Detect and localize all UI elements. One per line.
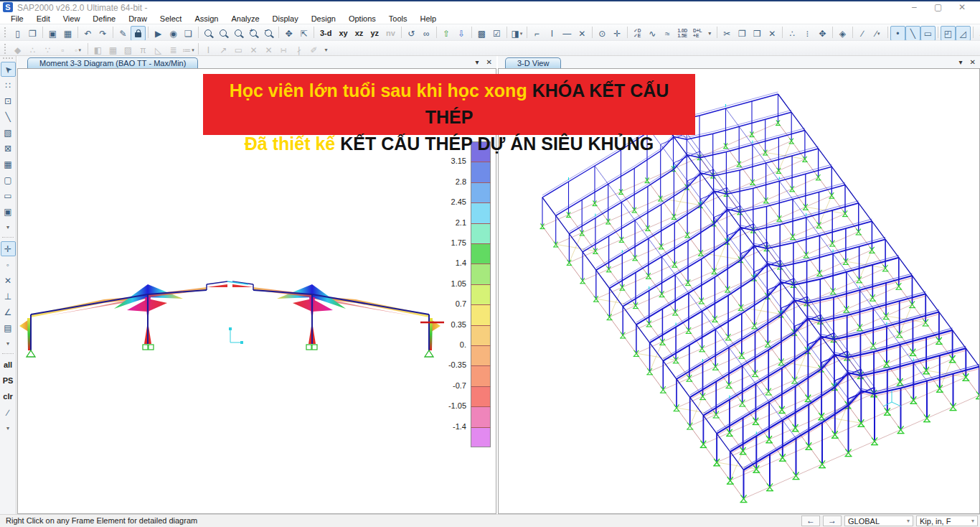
dropdown-arrow-icon[interactable]: ▾ bbox=[321, 42, 331, 57]
show-replay-icon[interactable]: ❏ bbox=[181, 26, 196, 41]
snap-grid-icon[interactable]: ▤ bbox=[1, 320, 16, 335]
show-trace-icon[interactable]: ≈ bbox=[660, 26, 675, 41]
draw-line-icon[interactable]: ╲ bbox=[1, 109, 16, 124]
close-button[interactable]: ✕ bbox=[951, 2, 973, 12]
draw-section-cut-icon[interactable]: I bbox=[545, 26, 560, 41]
slash-tool-icon[interactable]: ∕ bbox=[1, 405, 16, 420]
left-panel-collapse-icon[interactable]: ▾ bbox=[476, 58, 479, 66]
draw-frame-icon[interactable]: ⌐ bbox=[529, 26, 545, 41]
view-3d-button[interactable]: 3-d bbox=[316, 26, 336, 41]
save-icon[interactable]: ▣ bbox=[45, 26, 60, 41]
left-panel-close-icon[interactable]: ✕ bbox=[486, 58, 492, 66]
zoom-previous-icon[interactable] bbox=[231, 26, 246, 41]
dropdown-arrow-icon[interactable]: ▾ bbox=[4, 220, 13, 235]
lock-model-icon[interactable] bbox=[131, 26, 146, 41]
menu-item-design[interactable]: Design bbox=[305, 14, 342, 24]
save-locked-icon[interactable]: ▦ bbox=[60, 26, 75, 41]
menu-item-file[interactable]: File bbox=[4, 14, 30, 24]
blank-page-icon[interactable]: ▢ bbox=[1, 172, 16, 187]
select-grid-icon[interactable]: ▦ bbox=[1, 157, 16, 172]
show-loads-icon[interactable]: ✓D✓E bbox=[630, 26, 645, 41]
ps-button[interactable]: PS bbox=[0, 373, 16, 388]
zoom-full-icon[interactable] bbox=[216, 26, 231, 41]
interactive-db-icon[interactable]: ⁝ bbox=[800, 26, 815, 41]
menu-item-display[interactable]: Display bbox=[266, 14, 305, 24]
object-shrink-toggle-icon[interactable]: ▩ bbox=[474, 26, 489, 41]
snap-joints-icon[interactable]: ✛ bbox=[1, 241, 16, 256]
refresh-draw-icon[interactable]: ✎ bbox=[116, 26, 131, 41]
snap-line-icon[interactable]: ╲ bbox=[905, 26, 920, 41]
menu-item-edit[interactable]: Edit bbox=[30, 14, 57, 24]
show-function-icon[interactable]: ∿ bbox=[645, 26, 660, 41]
snap-point-icon[interactable]: • bbox=[890, 26, 905, 41]
view-xz-button[interactable]: xz bbox=[352, 26, 367, 41]
minimize-button[interactable]: – bbox=[903, 2, 925, 12]
select-object-icon[interactable]: ⊡ bbox=[1, 93, 16, 108]
view-xy-button[interactable]: xy bbox=[336, 26, 352, 41]
menu-item-assign[interactable]: Assign bbox=[188, 14, 225, 24]
snap-midpoints-icon[interactable]: ◦ bbox=[1, 257, 16, 272]
menu-item-analyze[interactable]: Analyze bbox=[225, 14, 265, 24]
menu-item-draw[interactable]: Draw bbox=[122, 14, 154, 24]
run-analysis-icon[interactable]: ▶ bbox=[151, 26, 166, 41]
dropdown-arrow-icon[interactable]: ▾ bbox=[705, 26, 715, 41]
divide-frames-icon[interactable]: ∕ bbox=[855, 26, 870, 41]
snap-angle-icon[interactable]: ∠ bbox=[1, 304, 16, 320]
draw-special-joint-icon[interactable]: ✕ bbox=[575, 26, 590, 41]
zoom-window-icon[interactable] bbox=[201, 26, 216, 41]
menu-item-define[interactable]: Define bbox=[86, 14, 122, 24]
copy-icon[interactable]: ❐ bbox=[735, 26, 750, 41]
view-yz-button[interactable]: yz bbox=[367, 26, 382, 41]
previous-view-button[interactable]: ← bbox=[801, 516, 820, 526]
perspective-toggle-icon[interactable]: ∞ bbox=[419, 26, 434, 41]
select-poly-mode-icon[interactable]: ◿ bbox=[956, 26, 971, 41]
rotate-view-icon[interactable]: ↺ bbox=[404, 26, 419, 41]
coordinate-system-select[interactable]: GLOBAL ▾ bbox=[844, 516, 913, 526]
join-frames-icon[interactable]: ∕▾ bbox=[870, 26, 885, 41]
snap-intersections-icon[interactable]: ✕ bbox=[1, 273, 16, 288]
new-model-icon[interactable]: ▯ bbox=[10, 26, 25, 41]
reshape-object-icon[interactable]: ✛ bbox=[610, 26, 625, 41]
combo-dle-icon[interactable]: D+L+E bbox=[690, 26, 705, 41]
menu-item-select[interactable]: Select bbox=[154, 14, 189, 24]
dropdown-arrow-icon[interactable]: ▾ bbox=[4, 421, 13, 436]
dropdown-arrow-icon[interactable]: ▾ bbox=[4, 336, 13, 351]
right-panel-close-icon[interactable]: ✕ bbox=[970, 58, 976, 66]
units-select[interactable]: Kip, in, F ▾ bbox=[916, 516, 978, 526]
reshape-icon[interactable]: ∷ bbox=[1, 78, 16, 93]
move-down-plane-icon[interactable]: ⇩ bbox=[454, 26, 469, 41]
redo-icon[interactable]: ↷ bbox=[95, 26, 110, 41]
delete-icon[interactable]: ✕ bbox=[765, 26, 780, 41]
cut-icon[interactable]: ✂ bbox=[720, 26, 735, 41]
pan-reset-icon[interactable]: ⇱ bbox=[296, 26, 311, 41]
move-objects-icon[interactable]: ✥ bbox=[815, 26, 830, 41]
paste-icon[interactable]: ❒ bbox=[750, 26, 765, 41]
right-panel-collapse-icon[interactable]: ▾ bbox=[959, 58, 963, 66]
menu-item-view[interactable]: View bbox=[57, 14, 87, 24]
tab-moment-diagram[interactable]: Moment 3-3 Diagram (BAO TT - Max/Min) bbox=[27, 57, 198, 68]
open-file-icon[interactable]: ❐ bbox=[25, 26, 40, 41]
undo-icon[interactable]: ↶ bbox=[80, 26, 95, 41]
select-poly-icon[interactable]: ▧ bbox=[1, 125, 16, 140]
draw-quick-frame-icon[interactable]: — bbox=[560, 26, 575, 41]
select-window-mode-icon[interactable]: ◰ bbox=[941, 26, 956, 41]
clr-button[interactable]: clr bbox=[0, 389, 16, 404]
joint-info-icon[interactable]: ⊙ bbox=[595, 26, 610, 41]
merge-duplicates-icon[interactable]: ◈ bbox=[835, 26, 850, 41]
zoom-out-icon[interactable]: − bbox=[261, 26, 276, 41]
display-options-icon[interactable]: ☑ bbox=[489, 26, 504, 41]
zoom-in-icon[interactable]: + bbox=[246, 26, 261, 41]
combo-dl-icon[interactable]: 1.0D1.5E bbox=[675, 26, 690, 41]
snap-perpendicular-icon[interactable]: ⊥ bbox=[1, 289, 16, 304]
menu-item-help[interactable]: Help bbox=[414, 14, 443, 24]
select-x-icon[interactable]: ⊠ bbox=[1, 141, 16, 156]
next-view-button[interactable]: → bbox=[823, 516, 842, 526]
menu-item-options[interactable]: Options bbox=[342, 14, 382, 24]
snap-region-icon[interactable]: ▭ bbox=[920, 26, 936, 41]
pan-icon[interactable]: ✥ bbox=[281, 26, 296, 41]
select-pointer-icon[interactable]: ➤ bbox=[1, 62, 16, 77]
move-up-plane-icon[interactable]: ⇧ bbox=[439, 26, 454, 41]
align-points-icon[interactable]: ∴ bbox=[785, 26, 800, 41]
menu-item-tools[interactable]: Tools bbox=[382, 14, 414, 24]
show-all-button[interactable]: all bbox=[0, 358, 16, 373]
